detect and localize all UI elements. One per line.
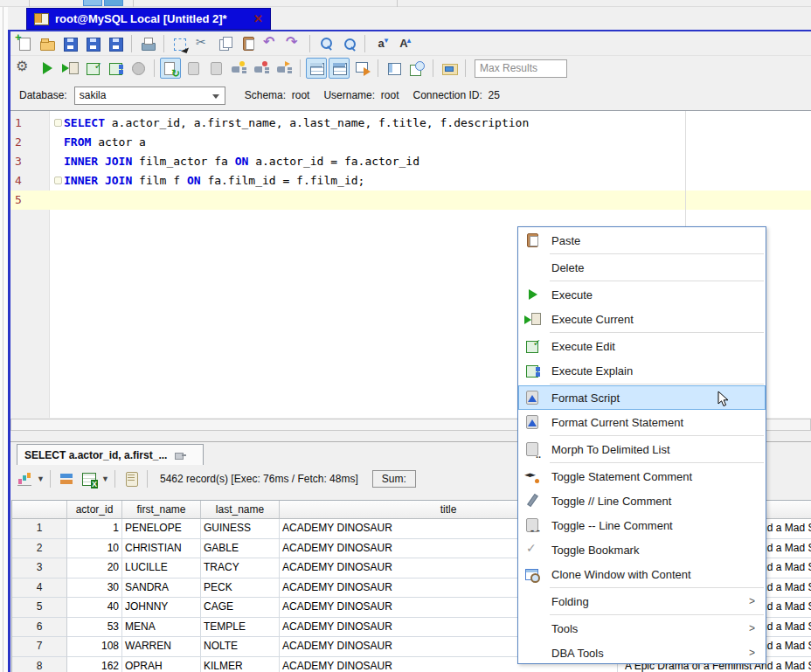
cell-last-name[interactable]: PECK — [201, 578, 280, 599]
form-view-icon — [385, 59, 403, 77]
grid-arrow-icon — [353, 59, 371, 77]
grid-view-toggle[interactable] — [306, 58, 327, 79]
cell-actor-id[interactable]: 1 — [67, 519, 122, 539]
cell-actor-id[interactable]: 40 — [67, 598, 122, 618]
cell-last-name[interactable]: TEMPLE — [201, 618, 280, 638]
cell-first-name[interactable]: PENELOPE — [122, 519, 201, 539]
fold-marker-icon[interactable] — [54, 177, 62, 184]
cell-last-name[interactable]: TRACY — [201, 558, 280, 578]
cell-last-name[interactable]: GABLE — [201, 539, 280, 559]
cell-actor-id[interactable]: 162 — [67, 657, 122, 672]
statement-comment-icon — [523, 468, 541, 485]
result-tab[interactable]: SELECT a.actor_id, a.first_... — [17, 444, 204, 465]
undo-button[interactable] — [260, 33, 281, 54]
cell-first-name[interactable]: JOHNNY — [122, 598, 201, 618]
menu-item-delete[interactable]: Delete — [518, 255, 766, 280]
fold-marker-icon[interactable] — [54, 119, 62, 127]
paste-button[interactable] — [238, 33, 259, 54]
execute-edit-button[interactable] — [82, 58, 103, 79]
cell-first-name[interactable]: MENA — [122, 618, 201, 638]
schedule-button[interactable] — [406, 58, 427, 79]
select-region-button[interactable] — [170, 33, 191, 54]
menu-item-toggle-bookmark[interactable]: Toggle Bookmark — [518, 537, 766, 562]
execute-edit-icon — [523, 337, 541, 355]
cell-first-name[interactable]: LUCILLE — [122, 558, 201, 578]
cell-actor-id[interactable]: 30 — [67, 578, 122, 599]
copy-button[interactable] — [215, 33, 236, 54]
auto-refresh-toggle[interactable] — [160, 58, 181, 79]
chart-button[interactable] — [14, 468, 35, 489]
cell-actor-id[interactable]: 10 — [67, 539, 122, 559]
cell-first-name[interactable]: OPRAH — [122, 657, 201, 672]
form-view-button[interactable] — [384, 58, 405, 79]
database-select[interactable]: sakila — [74, 87, 225, 105]
reconnect-icon — [275, 59, 293, 77]
menu-item-execute-edit[interactable]: Execute Edit — [518, 334, 766, 358]
font-increase-button[interactable]: A — [393, 33, 414, 54]
cut-button[interactable] — [192, 33, 213, 54]
menu-item-tools[interactable]: Tools > — [518, 616, 766, 641]
menu-item-toggle-dash-line-comment[interactable]: Toggle -- Line Comment — [518, 513, 766, 537]
column-header[interactable]: last_name — [201, 501, 280, 519]
execute-explain-button[interactable] — [105, 58, 126, 79]
save-button[interactable] — [59, 33, 80, 54]
cell-first-name[interactable]: SANDRA — [122, 578, 201, 599]
find-replace-button[interactable] — [338, 33, 359, 54]
save-all-button[interactable] — [105, 33, 126, 54]
cell-last-name[interactable]: KILMER — [201, 657, 280, 672]
execute-button[interactable] — [37, 58, 58, 79]
tab-close-icon[interactable]: ✕ — [253, 13, 263, 24]
cell-first-name[interactable]: CHRISTIAN — [122, 539, 201, 559]
top-toolbar-remnant — [0, 0, 811, 7]
menu-item-format-current-statement[interactable]: Format Current Statement — [518, 410, 766, 434]
menu-item-dba-tools[interactable]: DBA Tools > — [518, 641, 766, 665]
cell-actor-id[interactable]: 108 — [67, 637, 122, 657]
pinned-grid-toggle[interactable] — [329, 58, 350, 79]
menu-item-paste[interactable]: Paste — [518, 228, 766, 253]
query-window-tab[interactable]: root@MySQL Local [Untitled 2]* ✕ — [26, 8, 271, 30]
cell-first-name[interactable]: WARREN — [122, 637, 201, 657]
menu-item-execute-explain[interactable]: Execute Explain — [518, 358, 766, 383]
disconnect-button[interactable] — [251, 58, 272, 79]
show-script-button[interactable] — [121, 468, 142, 489]
execute-current-button[interactable] — [59, 58, 80, 79]
menu-item-execute-current[interactable]: Execute Current — [518, 307, 766, 331]
execute-settings-button[interactable] — [14, 58, 35, 79]
connect-button[interactable] — [228, 58, 249, 79]
max-results-input[interactable] — [475, 59, 567, 78]
print-button[interactable] — [137, 33, 158, 54]
menu-item-morph-to-delimited-list[interactable]: Morph To Delimited List — [518, 437, 766, 461]
layout-button[interactable] — [56, 468, 77, 489]
query-window-icon — [34, 13, 49, 24]
export-excel-button[interactable] — [79, 468, 100, 489]
column-header[interactable]: actor_id — [67, 501, 122, 519]
row-number-cell: 2 — [12, 539, 67, 559]
menu-item-folding[interactable]: Folding > — [518, 589, 766, 613]
new-query-button[interactable] — [14, 33, 35, 54]
cell-last-name[interactable]: CAGE — [201, 598, 280, 618]
save-as-button[interactable] — [82, 33, 103, 54]
open-button[interactable] — [37, 33, 58, 54]
cell-actor-id[interactable]: 53 — [67, 618, 122, 638]
grid-transpose-button[interactable] — [351, 58, 372, 79]
save-all-icon — [107, 35, 124, 52]
find-button[interactable] — [315, 33, 336, 54]
mdi-client-edge — [0, 7, 8, 672]
menu-item-toggle-slash-line-comment[interactable]: Toggle // Line Comment — [518, 488, 766, 513]
redo-button[interactable] — [283, 33, 304, 54]
pin-icon[interactable] — [174, 450, 186, 461]
password-button[interactable] — [439, 58, 460, 79]
column-header[interactable]: first_name — [122, 501, 201, 519]
stop-button — [128, 58, 149, 79]
menu-item-clone-window[interactable]: Clone Window with Content — [518, 562, 766, 586]
menu-item-execute[interactable]: Execute — [518, 282, 766, 307]
chevron-down-icon[interactable]: ▼ — [101, 475, 109, 483]
font-decrease-button[interactable]: a — [371, 33, 392, 54]
reconnect-button[interactable] — [274, 58, 295, 79]
cell-last-name[interactable]: NOLTE — [201, 637, 280, 657]
chevron-down-icon[interactable]: ▼ — [37, 475, 45, 483]
cell-last-name[interactable]: GUINESS — [201, 519, 280, 539]
menu-item-toggle-statement-comment[interactable]: Toggle Statement Comment — [518, 464, 766, 488]
cell-actor-id[interactable]: 20 — [67, 558, 122, 578]
pinned-grid-icon — [330, 59, 348, 77]
